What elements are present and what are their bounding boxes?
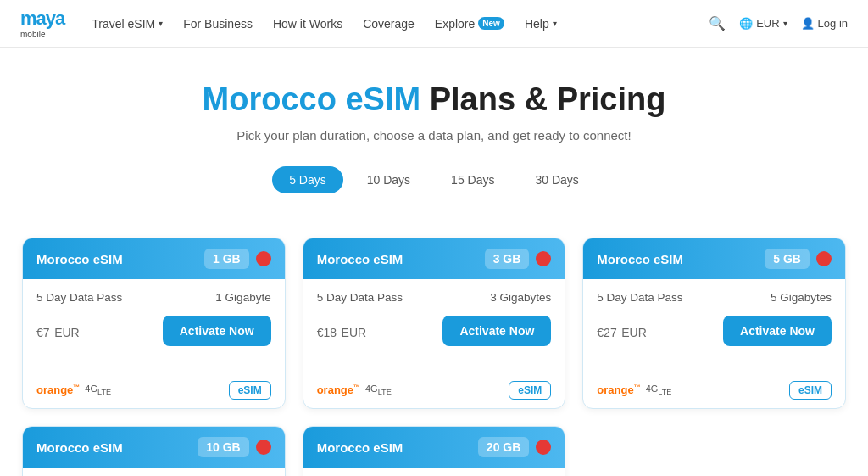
card-header: Morocco eSIM 20 GB (303, 427, 565, 468)
navbar: mayamobile Travel eSIM ▾ For Business Ho… (0, 0, 868, 48)
price-row: €27 EUR Activate Now (597, 316, 832, 346)
tab-30days[interactable]: 30 Days (518, 166, 595, 193)
hero-subtitle: Pick your plan duration, choose a data p… (17, 128, 851, 143)
card-body: 5 Day Data Pass 3 Gigabytes €18 EUR Acti… (303, 279, 565, 372)
card-body: 5 Day Data Pass 10 Gigabytes (23, 468, 285, 476)
brand-logo[interactable]: mayamobile (20, 8, 64, 39)
chevron-down-icon: ▾ (553, 19, 557, 28)
info-dot (256, 251, 271, 266)
card-data-badge: 1 GB (204, 249, 271, 269)
plan-card-20gb: Morocco eSIM 20 GB 5 Day Data Pass 20 Gi… (303, 426, 566, 476)
activate-button[interactable]: Activate Now (723, 316, 832, 346)
card-header: Morocco eSIM 3 GB (303, 238, 565, 279)
card-price: €18 EUR (317, 322, 366, 341)
card-footer: orange™ 4GLTE eSIM (23, 372, 285, 408)
card-body: 5 Day Data Pass 1 Gigabyte €7 EUR Activa… (23, 279, 285, 372)
nav-item-coverage[interactable]: Coverage (363, 17, 415, 31)
duration-tabs: 5 Days 10 Days 15 Days 30 Days (17, 166, 851, 193)
brand-sub: mobile (20, 30, 64, 39)
nav-item-help[interactable]: Help ▾ (525, 17, 557, 31)
tab-10days[interactable]: 10 Days (350, 166, 427, 193)
card-data-badge: 5 GB (765, 249, 832, 269)
duration-row: 5 Day Data Pass 1 Gigabyte (36, 291, 271, 304)
card-footer: orange™ 4GLTE eSIM (583, 372, 845, 408)
new-badge: New (478, 17, 504, 30)
card-title: Morocco eSIM (36, 440, 123, 455)
nav-item-for-business[interactable]: For Business (183, 17, 253, 31)
info-dot (256, 440, 271, 455)
duration-row: 5 Day Data Pass 3 Gigabytes (317, 291, 552, 304)
card-data-badge: 10 GB (198, 437, 270, 457)
orange-logo: orange™ (597, 384, 640, 396)
price-row: €18 EUR Activate Now (317, 316, 552, 346)
card-price: €27 EUR (597, 322, 646, 341)
card-price: €7 EUR (36, 322, 80, 341)
card-gb-label: 10 GB (198, 437, 248, 457)
card-title: Morocco eSIM (597, 252, 683, 266)
plan-card-10gb: Morocco eSIM 10 GB 5 Day Data Pass 10 Gi… (22, 426, 286, 476)
card-data-badge: 3 GB (485, 249, 552, 269)
card-footer: orange™ 4GLTE eSIM (303, 372, 565, 408)
tab-15days[interactable]: 15 Days (434, 166, 511, 193)
activate-button[interactable]: Activate Now (163, 316, 271, 346)
plan-card-5gb: Morocco eSIM 5 GB 5 Day Data Pass 5 Giga… (582, 238, 846, 409)
info-dot (816, 251, 832, 266)
network-badge: 4GLTE (646, 384, 672, 396)
chevron-down-icon: ▾ (783, 19, 787, 28)
carrier-info: orange™ 4GLTE (317, 384, 392, 396)
currency-selector[interactable]: 🌐 EUR ▾ (739, 17, 787, 30)
duration-row: 5 Day Data Pass 5 Gigabytes (597, 291, 832, 304)
info-dot (536, 440, 551, 455)
card-body: 5 Day Data Pass 5 Gigabytes €27 EUR Acti… (583, 279, 845, 372)
nav-item-travel-esim[interactable]: Travel eSIM ▾ (92, 17, 163, 31)
card-body: 5 Day Data Pass 20 Gigabytes (303, 468, 565, 476)
login-button[interactable]: 👤 Log in (801, 17, 848, 30)
activate-button[interactable]: Activate Now (442, 316, 551, 346)
top-plans-grid: Morocco eSIM 1 GB 5 Day Data Pass 1 Giga… (22, 238, 846, 409)
card-title: Morocco eSIM (317, 440, 403, 455)
info-dot (536, 251, 551, 266)
card-title: Morocco eSIM (36, 252, 123, 266)
carrier-info: orange™ 4GLTE (597, 384, 671, 396)
nav-item-how-it-works[interactable]: How it Works (273, 17, 342, 31)
esim-badge: eSIM (229, 381, 271, 400)
tab-5days[interactable]: 5 Days (272, 166, 343, 193)
card-data-badge: 20 GB (478, 437, 551, 457)
hero-section: Morocco eSIM Plans & Pricing Pick your p… (0, 48, 868, 238)
nav-right: 🔍 🌐 EUR ▾ 👤 Log in (709, 15, 848, 31)
plans-section: Morocco eSIM 1 GB 5 Day Data Pass 1 Giga… (2, 238, 866, 476)
card-gb-label: 1 GB (204, 249, 249, 269)
card-gb-label: 5 GB (765, 249, 810, 269)
nav-item-explore[interactable]: Explore New (435, 17, 504, 31)
network-badge: 4GLTE (365, 384, 392, 396)
card-header: Morocco eSIM 1 GB (23, 238, 285, 279)
search-icon[interactable]: 🔍 (709, 15, 726, 31)
page-title: Morocco eSIM Plans & Pricing (17, 81, 851, 118)
esim-badge: eSIM (509, 381, 551, 400)
nav-items: Travel eSIM ▾ For Business How it Works … (92, 17, 709, 31)
card-gb-label: 3 GB (485, 249, 530, 269)
plan-card-3gb: Morocco eSIM 3 GB 5 Day Data Pass 3 Giga… (303, 238, 566, 409)
card-header: Morocco eSIM 5 GB (583, 238, 845, 279)
card-gb-label: 20 GB (478, 437, 529, 457)
esim-badge: eSIM (789, 381, 832, 400)
orange-logo: orange™ (317, 384, 360, 396)
card-header: Morocco eSIM 10 GB (23, 427, 285, 468)
plan-card-1gb: Morocco eSIM 1 GB 5 Day Data Pass 1 Giga… (22, 238, 286, 409)
carrier-info: orange™ 4GLTE (36, 384, 111, 396)
bottom-plans-grid: Morocco eSIM 10 GB 5 Day Data Pass 10 Gi… (22, 426, 846, 476)
chevron-down-icon: ▾ (159, 19, 163, 28)
globe-icon: 🌐 (739, 17, 753, 30)
orange-logo: orange™ (36, 384, 80, 396)
price-row: €7 EUR Activate Now (36, 316, 271, 346)
network-badge: 4GLTE (85, 384, 111, 396)
user-icon: 👤 (801, 17, 815, 30)
card-title: Morocco eSIM (317, 252, 403, 266)
